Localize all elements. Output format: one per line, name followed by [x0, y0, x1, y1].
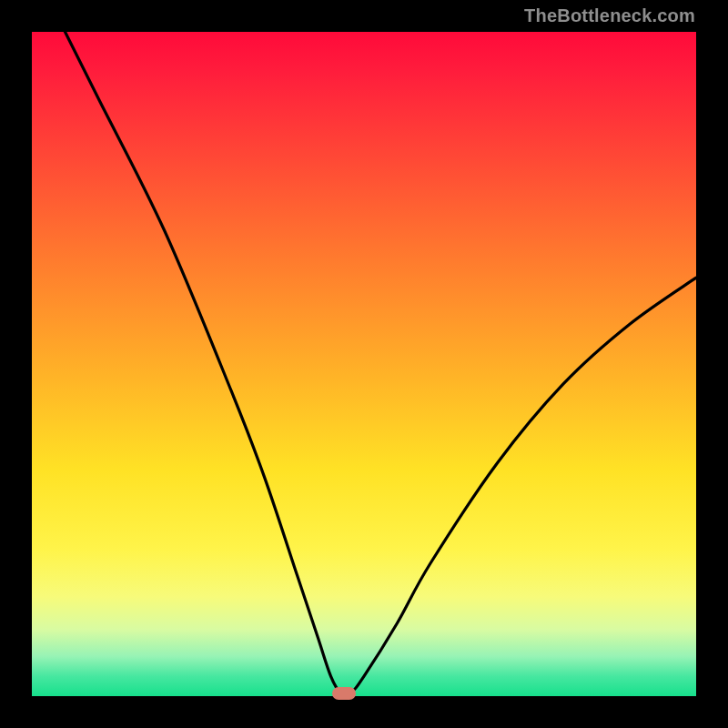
optimal-point-marker — [332, 687, 356, 700]
watermark-text: TheBottleneck.com — [524, 5, 695, 26]
bottleneck-curve — [32, 32, 696, 696]
plot-area — [32, 32, 696, 696]
chart-frame: TheBottleneck.com — [0, 0, 728, 728]
